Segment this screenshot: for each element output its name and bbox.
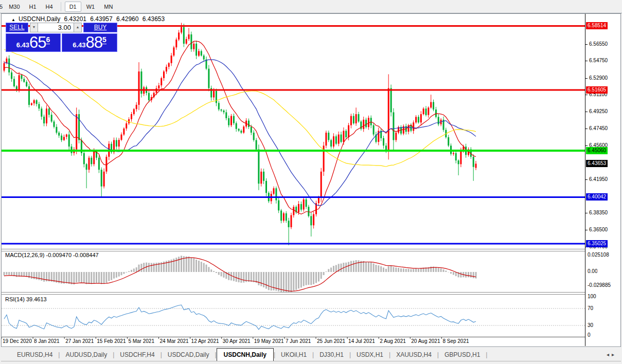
tab-xauusd-h4[interactable]: XAUUSD,H4	[390, 349, 437, 360]
price-level-badge: 6.58514	[586, 22, 608, 29]
timeframe-button-W1[interactable]: W1	[82, 2, 99, 11]
tab-separator: |	[486, 351, 487, 358]
date-axis-label: 5 Mar 2021	[128, 338, 154, 344]
date-axis-label: 25 Jun 2021	[317, 338, 345, 344]
price-tick-mark	[585, 95, 588, 95]
tab-usdcnh-daily[interactable]: USDCNH,Daily	[217, 348, 274, 361]
price-tick-mark	[585, 179, 588, 180]
macd-indicator-label: MACD(12,26,9) -0.009470 -0.008447	[5, 252, 99, 258]
timeframe-button-H1[interactable]: H1	[25, 2, 41, 11]
toolbar-separator	[61, 2, 61, 11]
tab-usdcad-daily[interactable]: USDCAD,Daily	[162, 349, 215, 360]
date-axis-label: 19 May 2021	[254, 338, 284, 344]
price-tick-mark	[585, 213, 588, 213]
timeframe-button-H4[interactable]: H4	[42, 2, 57, 11]
sell-button[interactable]: SELL	[6, 23, 28, 32]
date-axis-label: 24 Mar 2021	[160, 338, 189, 344]
chart-ohlc-header: ▲USDCNH,Daily 6.43201 6.43957 6.42960 6.…	[11, 15, 167, 23]
timeframe-toolbar: 5M30H1H4D1W1MN	[0, 0, 622, 13]
ohlc-high: 6.43957	[90, 15, 112, 23]
price-tick-label: 6.52900	[589, 75, 608, 81]
buy-price-sup: 5	[102, 34, 106, 44]
price-level-badge: 6.51605	[586, 86, 608, 94]
ohlc-open: 6.43201	[64, 15, 86, 23]
tab-scroll-left-icon[interactable]: ◂	[607, 352, 612, 357]
rsi-axis-label: 0	[588, 332, 591, 338]
price-tick-label: 6.54750	[589, 58, 608, 63]
price-tick-mark	[585, 61, 588, 61]
date-axis-label: 8 Jan 2021	[34, 338, 60, 344]
ohlc-low: 6.42960	[116, 15, 138, 23]
rsi-axis-label: 100	[588, 294, 596, 299]
tab-dj30-h1[interactable]: DJ30,H1	[314, 349, 349, 360]
timeframe-button-D1[interactable]: D1	[65, 2, 81, 12]
macd-axis-label: 0.025108	[588, 252, 609, 258]
price-tick-mark	[585, 78, 588, 79]
price-tick-label: 6.56550	[589, 41, 608, 47]
date-axis-label: 30 Apr 2021	[223, 338, 251, 344]
price-tick-mark	[585, 129, 588, 129]
price-tick-label: 6.49250	[589, 108, 608, 114]
rsi-axis-label: 30	[588, 322, 593, 328]
price-tick-label: 6.47450	[589, 125, 608, 131]
tab-usdx-h1[interactable]: USDX,H1	[351, 349, 389, 360]
date-axis-label: 15 Feb 2021	[97, 338, 126, 344]
volume-spinner: ▼ 3.00 ▲	[30, 23, 82, 32]
price-axis[interactable]: 6.565506.547506.529006.511006.492506.474…	[585, 14, 620, 346]
date-axis-label: 27 Jan 2021	[65, 338, 94, 344]
date-axis-label: 19 Dec 2020	[3, 338, 32, 344]
price-level-badge: 6.43653	[586, 160, 608, 167]
macd-axis-label: 0.00	[588, 268, 597, 274]
sell-price-small: 6.43	[16, 41, 29, 51]
price-tick-mark	[585, 145, 588, 146]
macd-axis-label: -0.029885	[588, 282, 611, 288]
date-axis-label: 20 Aug 2021	[411, 338, 440, 344]
collapse-triangle-icon[interactable]: ▲	[11, 17, 15, 22]
sell-price-display[interactable]: 6.43656	[6, 33, 61, 52]
tab-ukoil-h1[interactable]: UKOil,H1	[275, 349, 312, 360]
price-tick-label: 6.38350	[589, 210, 608, 215]
tab-scroll-right-icon[interactable]: ▸	[612, 352, 617, 357]
volume-input[interactable]: 3.00	[38, 23, 74, 32]
price-tick-mark	[585, 44, 588, 45]
price-level-badge: 6.35025	[586, 240, 608, 247]
price-chart-plot[interactable]	[2, 14, 585, 346]
price-tick-label: 6.41950	[589, 176, 608, 182]
date-axis-label: 7 Jun 2021	[286, 338, 311, 344]
sell-price-big: 65	[29, 34, 46, 51]
date-axis-label: 2 Aug 2021	[380, 338, 406, 344]
buy-price-small: 6.43	[73, 41, 85, 51]
tab-scroll-arrows: ◂▸	[607, 352, 617, 357]
timeframe-button-M30[interactable]: M30	[5, 2, 24, 11]
rsi-axis-label: 70	[588, 305, 593, 311]
price-tick-label: 6.36500	[589, 227, 608, 232]
volume-decrease-button[interactable]: ▼	[30, 23, 38, 32]
tab-audusd-daily[interactable]: AUDUSD,Daily	[60, 349, 113, 360]
timeframe-button-MN[interactable]: MN	[100, 2, 117, 11]
sell-price-sup: 6	[46, 34, 50, 44]
timeframe-button-5[interactable]: 5	[0, 2, 4, 11]
buy-button[interactable]: BUY	[83, 23, 117, 32]
price-tick-mark	[585, 112, 588, 112]
buy-price-display[interactable]: 6.43885	[62, 33, 117, 52]
buy-price-big: 88	[86, 34, 102, 51]
volume-increase-button[interactable]: ▲	[74, 23, 82, 32]
date-axis-label: 12 Apr 2021	[191, 338, 219, 344]
price-tick-mark	[585, 230, 588, 230]
tabbar-divider	[1, 361, 621, 361]
price-level-badge: 6.45060	[586, 147, 608, 154]
symbol-tabs: EURUSD,H4|AUDUSD,Daily|USDCHF,H4|USDCAD,…	[11, 348, 487, 361]
price-level-badge: 6.40042	[586, 193, 608, 201]
tab-usdchf-h4[interactable]: USDCHF,H4	[114, 349, 160, 360]
date-axis-label: 14 Jul 2021	[348, 338, 375, 344]
ohlc-close: 6.43653	[143, 15, 165, 23]
rsi-indicator-label: RSI(14) 39.4613	[5, 296, 47, 302]
tab-gbpusd-h1[interactable]: GBPUSD,H1	[439, 349, 486, 360]
tab-eurusd-h4[interactable]: EURUSD,H4	[11, 349, 58, 360]
date-axis-label: 8 Sep 2021	[442, 338, 469, 344]
symbol-timeframe-label: USDCNH,Daily	[19, 15, 60, 23]
one-click-trading-panel: SELL ▼ 3.00 ▲ BUY 6.43656 6.43885	[6, 23, 117, 52]
